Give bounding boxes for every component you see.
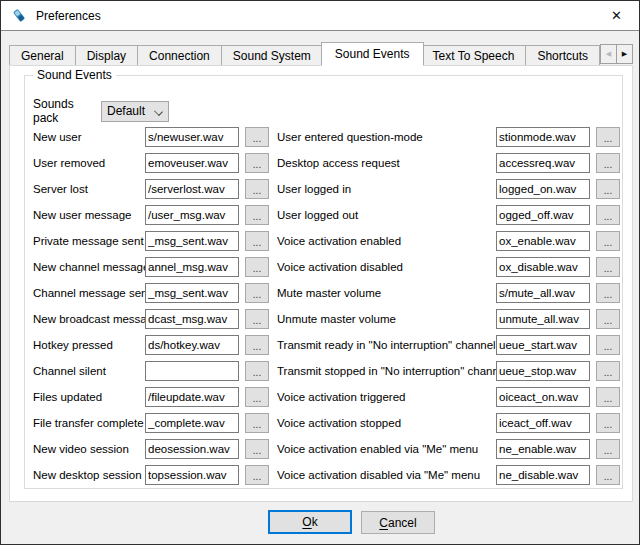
tab-general[interactable]: General	[9, 45, 76, 66]
event-label: New desktop session	[33, 469, 145, 481]
sound-event-row: New video session ... Voice activation e…	[33, 436, 620, 462]
sound-file-input[interactable]	[496, 205, 590, 225]
sound-file-input[interactable]	[145, 387, 239, 407]
sound-file-input[interactable]	[496, 439, 590, 459]
browse-button[interactable]: ...	[596, 465, 620, 485]
sound-file-input[interactable]	[496, 387, 590, 407]
browse-button[interactable]: ...	[245, 231, 269, 251]
browse-button[interactable]: ...	[596, 283, 620, 303]
browse-button[interactable]: ...	[245, 387, 269, 407]
sound-event-row: New broadcast message ... Unmute master …	[33, 306, 620, 332]
tab-sound-events[interactable]: Sound Events	[321, 42, 424, 66]
browse-button[interactable]: ...	[245, 257, 269, 277]
tab-shortcuts[interactable]: Shortcuts	[526, 45, 600, 66]
browse-button[interactable]: ...	[245, 283, 269, 303]
sound-event-row: New user message ... User logged out ...	[33, 202, 620, 228]
ellipsis-icon: ...	[253, 210, 261, 224]
groupbox-title: Sound Events	[33, 68, 116, 82]
sound-file-input[interactable]	[145, 179, 239, 199]
event-label: Voice activation disabled	[277, 261, 496, 273]
event-label: Channel message sent	[33, 287, 145, 299]
ellipsis-icon: ...	[604, 444, 612, 458]
ok-button[interactable]: Ok	[268, 510, 352, 534]
browse-button[interactable]: ...	[596, 387, 620, 407]
event-label: Desktop access request	[277, 157, 496, 169]
browse-button[interactable]: ...	[245, 127, 269, 147]
browse-button[interactable]: ...	[596, 413, 620, 433]
browse-button[interactable]: ...	[596, 439, 620, 459]
tab-display[interactable]: Display	[76, 45, 138, 66]
event-label: New channel message	[33, 261, 145, 273]
ellipsis-icon: ...	[604, 340, 612, 354]
sound-file-input[interactable]	[496, 335, 590, 355]
browse-button[interactable]: ...	[596, 127, 620, 147]
sound-file-input[interactable]	[145, 309, 239, 329]
browse-button[interactable]: ...	[245, 335, 269, 355]
browse-button[interactable]: ...	[596, 205, 620, 225]
browse-button[interactable]: ...	[245, 179, 269, 199]
sound-file-input[interactable]	[496, 153, 590, 173]
browse-button[interactable]: ...	[596, 153, 620, 173]
chevron-right-icon: ▶	[622, 50, 627, 58]
tab-text-to-speech[interactable]: Text To Speech	[422, 45, 527, 66]
sounds-pack-select[interactable]: Default	[101, 101, 169, 122]
event-label: Private message sent	[33, 235, 145, 247]
browse-button[interactable]: ...	[596, 335, 620, 355]
tab-scroller: ◀ ▶	[600, 44, 633, 64]
sound-event-rows: New user ... User entered question-mode …	[33, 124, 620, 488]
sound-file-input[interactable]	[496, 361, 590, 381]
sound-file-input[interactable]	[145, 205, 239, 225]
tab-scroll-right-button[interactable]: ▶	[616, 44, 633, 64]
sounds-pack-row: Sounds pack Default	[33, 97, 169, 125]
ellipsis-icon: ...	[604, 236, 612, 250]
event-label: Voice activation triggered	[277, 391, 496, 403]
sound-file-input[interactable]	[145, 231, 239, 251]
sound-file-input[interactable]	[496, 127, 590, 147]
cancel-button[interactable]: Cancel	[361, 511, 435, 534]
sound-file-input[interactable]	[145, 465, 239, 485]
browse-button[interactable]: ...	[245, 413, 269, 433]
sound-event-row: Channel message sent ... Mute master vol…	[33, 280, 620, 306]
sound-file-input[interactable]	[145, 127, 239, 147]
event-label: Transmit ready in "No interruption" chan…	[277, 339, 496, 351]
cancel-button-accelerator: C	[379, 516, 388, 530]
sound-file-input[interactable]	[145, 153, 239, 173]
browse-button[interactable]: ...	[245, 439, 269, 459]
sound-file-input[interactable]	[145, 283, 239, 303]
sound-file-input[interactable]	[145, 439, 239, 459]
sound-file-input[interactable]	[145, 257, 239, 277]
browse-button[interactable]: ...	[245, 153, 269, 173]
tab-sound-system[interactable]: Sound System	[222, 45, 323, 66]
sound-file-input[interactable]	[496, 283, 590, 303]
browse-button[interactable]: ...	[596, 361, 620, 381]
sound-file-input[interactable]	[145, 335, 239, 355]
event-label: User logged in	[277, 183, 496, 195]
sound-file-input[interactable]	[145, 361, 239, 381]
browse-button[interactable]: ...	[245, 205, 269, 225]
browse-button[interactable]: ...	[596, 309, 620, 329]
browse-button[interactable]: ...	[245, 361, 269, 381]
browse-button[interactable]: ...	[596, 231, 620, 251]
event-label: Transmit stopped in "No interruption" ch…	[277, 365, 496, 377]
sound-file-input[interactable]	[496, 257, 590, 277]
browse-button[interactable]: ...	[596, 179, 620, 199]
sound-file-input[interactable]	[496, 179, 590, 199]
chevron-down-icon	[154, 107, 163, 116]
ellipsis-icon: ...	[253, 158, 261, 172]
sound-events-tab-page: Sound Events Sounds pack Default New use…	[9, 65, 633, 502]
browse-button[interactable]: ...	[596, 257, 620, 277]
ellipsis-icon: ...	[604, 132, 612, 146]
tab-scroll-left-button[interactable]: ◀	[600, 44, 617, 64]
sound-file-input[interactable]	[496, 413, 590, 433]
browse-button[interactable]: ...	[245, 465, 269, 485]
sound-file-input[interactable]	[145, 413, 239, 433]
close-button[interactable]: ✕	[594, 1, 639, 30]
sound-file-input[interactable]	[496, 309, 590, 329]
tab-connection[interactable]: Connection	[138, 45, 222, 66]
browse-button[interactable]: ...	[245, 309, 269, 329]
sound-file-input[interactable]	[496, 231, 590, 251]
event-label: Voice activation enabled via "Me" menu	[277, 443, 496, 455]
ellipsis-icon: ...	[604, 262, 612, 276]
ellipsis-icon: ...	[253, 288, 261, 302]
sound-file-input[interactable]	[496, 465, 590, 485]
